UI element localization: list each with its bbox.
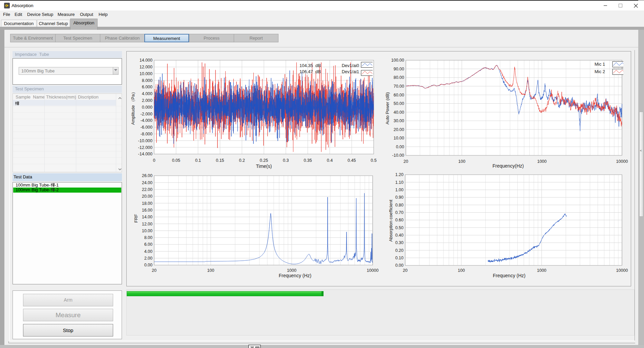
svg-text:100: 100 bbox=[458, 159, 465, 164]
svg-text:Frequency (Hz): Frequency (Hz) bbox=[493, 273, 525, 278]
svg-text:Mic 2: Mic 2 bbox=[595, 69, 605, 74]
svg-text:0.90: 0.90 bbox=[395, 195, 403, 200]
svg-text:0.2: 0.2 bbox=[239, 158, 245, 163]
svg-text:10000: 10000 bbox=[616, 159, 628, 164]
svg-text:90.00: 90.00 bbox=[394, 67, 404, 71]
svg-text:6.00: 6.00 bbox=[144, 242, 152, 247]
svg-text:20: 20 bbox=[403, 159, 408, 164]
svg-text:-14.000: -14.000 bbox=[138, 152, 152, 156]
svg-text:-8.000: -8.000 bbox=[141, 132, 152, 136]
svg-text:10000: 10000 bbox=[367, 268, 379, 273]
svg-text:Frequency (Hz): Frequency (Hz) bbox=[279, 273, 311, 278]
svg-text:20: 20 bbox=[403, 268, 408, 273]
svg-text:8.000: 8.000 bbox=[142, 78, 152, 83]
svg-text:14.000: 14.000 bbox=[140, 58, 152, 63]
svg-text:FRF: FRF bbox=[133, 214, 139, 222]
svg-text:0.25: 0.25 bbox=[260, 158, 268, 163]
svg-text:0.15: 0.15 bbox=[216, 158, 224, 163]
svg-text:-4.000: -4.000 bbox=[141, 118, 152, 123]
svg-text:0: 0 bbox=[153, 158, 155, 163]
svg-text:1.00: 1.00 bbox=[395, 188, 403, 192]
svg-text:104.35 dB: 104.35 dB bbox=[299, 63, 321, 68]
svg-text:100.00: 100.00 bbox=[391, 58, 404, 63]
svg-text:0.000: 0.000 bbox=[142, 105, 152, 110]
svg-text:0.35: 0.35 bbox=[304, 158, 312, 163]
svg-text:0.20: 0.20 bbox=[395, 248, 403, 253]
svg-text:1.10: 1.10 bbox=[395, 180, 403, 185]
svg-text:100: 100 bbox=[207, 268, 214, 273]
svg-text:-10.000: -10.000 bbox=[138, 138, 152, 143]
svg-text:1000: 1000 bbox=[537, 268, 546, 273]
svg-text:24.00: 24.00 bbox=[142, 180, 152, 185]
svg-text:Amplitude （Pa）: Amplitude （Pa） bbox=[130, 90, 136, 125]
svg-text:0.30: 0.30 bbox=[395, 240, 403, 245]
svg-text:10.00: 10.00 bbox=[142, 229, 152, 233]
svg-text:20.00: 20.00 bbox=[142, 194, 152, 199]
svg-text:10.00: 10.00 bbox=[394, 136, 404, 140]
svg-text:8.00: 8.00 bbox=[144, 235, 152, 240]
svg-text:20: 20 bbox=[152, 268, 157, 273]
svg-text:10.000: 10.000 bbox=[140, 71, 152, 76]
svg-text:4.000: 4.000 bbox=[142, 91, 152, 96]
svg-text:-12.000: -12.000 bbox=[138, 145, 152, 150]
svg-text:0.60: 0.60 bbox=[395, 218, 403, 222]
svg-text:22.00: 22.00 bbox=[142, 187, 152, 192]
svg-text:-10.00: -10.00 bbox=[392, 153, 404, 158]
svg-text:1000: 1000 bbox=[537, 159, 547, 164]
svg-text:Time(s): Time(s) bbox=[256, 164, 272, 169]
svg-text:18.00: 18.00 bbox=[142, 201, 152, 206]
svg-text:10000: 10000 bbox=[616, 268, 628, 273]
svg-text:0.1: 0.1 bbox=[195, 158, 201, 163]
svg-text:0.00: 0.00 bbox=[395, 263, 403, 268]
svg-text:14.00: 14.00 bbox=[142, 215, 152, 219]
svg-text:50.00: 50.00 bbox=[394, 101, 404, 106]
svg-text:12.000: 12.000 bbox=[140, 65, 152, 69]
svg-text:1000: 1000 bbox=[287, 268, 296, 273]
svg-text:12.00: 12.00 bbox=[142, 222, 152, 226]
svg-text:0.00: 0.00 bbox=[396, 145, 404, 149]
svg-text:Auto Power (dB): Auto Power (dB) bbox=[385, 92, 390, 124]
svg-text:20.00: 20.00 bbox=[394, 127, 404, 132]
svg-text:0.00: 0.00 bbox=[144, 263, 152, 267]
svg-text:70.00: 70.00 bbox=[394, 84, 404, 89]
svg-text:0.3: 0.3 bbox=[283, 158, 289, 163]
svg-text:Mic 1: Mic 1 bbox=[595, 62, 605, 67]
svg-text:60.00: 60.00 bbox=[394, 93, 404, 97]
svg-text:-2.000: -2.000 bbox=[141, 112, 152, 116]
svg-text:0.80: 0.80 bbox=[395, 203, 403, 208]
svg-text:2.00: 2.00 bbox=[144, 256, 152, 261]
svg-text:4.00: 4.00 bbox=[144, 249, 152, 254]
svg-text:6.000: 6.000 bbox=[142, 85, 152, 89]
svg-text:26.00: 26.00 bbox=[142, 173, 152, 178]
svg-text:16.00: 16.00 bbox=[142, 208, 152, 213]
svg-text:100: 100 bbox=[458, 268, 465, 273]
svg-text:30.00: 30.00 bbox=[394, 118, 404, 123]
svg-text:0.10: 0.10 bbox=[395, 256, 403, 260]
svg-text:Frequency(Hz): Frequency(Hz) bbox=[493, 163, 524, 169]
svg-text:106.47 dB: 106.47 dB bbox=[299, 69, 321, 74]
svg-text:-6.000: -6.000 bbox=[141, 125, 152, 130]
svg-text:0.40: 0.40 bbox=[395, 233, 403, 238]
svg-text:Absorption coefficient: Absorption coefficient bbox=[388, 200, 393, 242]
svg-text:40.00: 40.00 bbox=[394, 110, 404, 115]
svg-text:0.5: 0.5 bbox=[371, 158, 376, 163]
svg-text:0.50: 0.50 bbox=[395, 225, 403, 230]
svg-text:80.00: 80.00 bbox=[394, 75, 404, 80]
svg-text:0.4: 0.4 bbox=[327, 158, 333, 163]
svg-text:Dev1/ai0: Dev1/ai0 bbox=[342, 63, 359, 68]
svg-text:0.05: 0.05 bbox=[172, 158, 180, 163]
svg-text:2.000: 2.000 bbox=[142, 98, 152, 103]
svg-text:Dev1/ai1: Dev1/ai1 bbox=[342, 69, 359, 74]
svg-text:0.70: 0.70 bbox=[395, 210, 403, 215]
svg-text:0.45: 0.45 bbox=[348, 158, 356, 163]
svg-text:1.20: 1.20 bbox=[395, 172, 403, 177]
